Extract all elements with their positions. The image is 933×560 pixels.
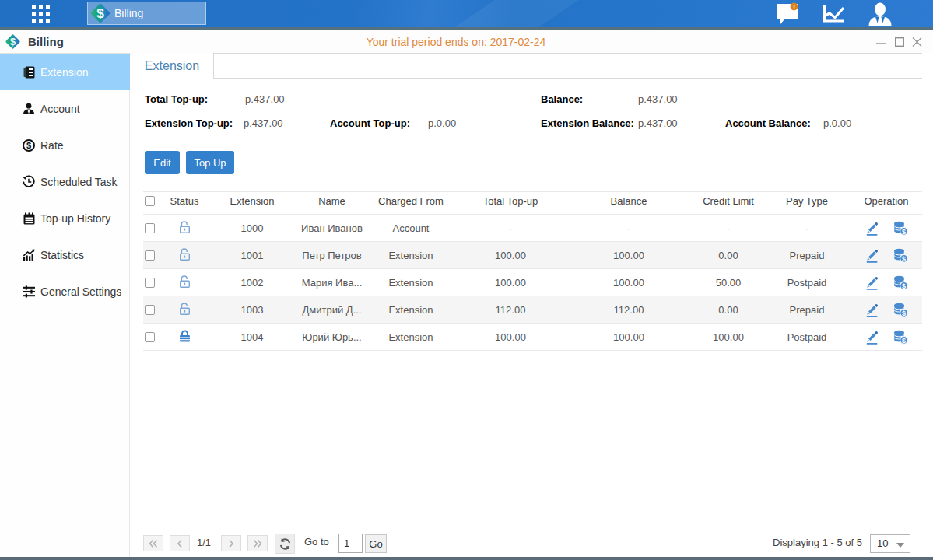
svg-text:$: $ bbox=[902, 282, 906, 289]
svg-text:$: $ bbox=[96, 5, 104, 21]
svg-text:$: $ bbox=[902, 254, 906, 262]
svg-text:!: ! bbox=[793, 4, 795, 11]
svg-text:$: $ bbox=[902, 227, 906, 235]
svg-text:$: $ bbox=[902, 336, 906, 344]
svg-text:$: $ bbox=[902, 309, 906, 317]
svg-text:$: $ bbox=[26, 141, 31, 150]
